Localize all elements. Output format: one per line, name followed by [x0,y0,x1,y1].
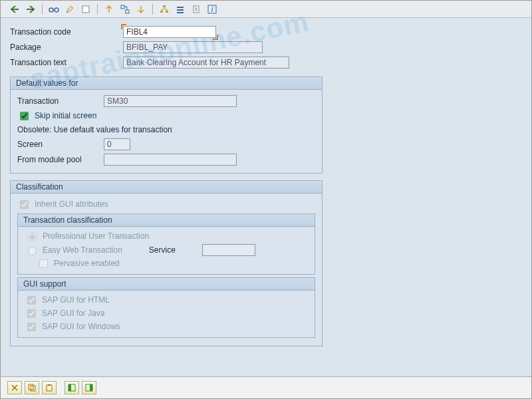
from-module-pool-field [104,154,237,166]
package-field [123,41,263,53]
paste-button[interactable] [42,381,57,394]
tx-class-title: Transaction classification [18,214,315,227]
inherit-gui-checkbox[interactable]: Inherit GUI attributes [17,198,108,211]
main-content: saptrainsonline.com Transaction code Pac… [1,18,531,377]
svg-rect-6 [160,11,163,13]
transaction-classification-group: Transaction classification Professional … [17,213,315,275]
transaction-code-field[interactable] [123,26,216,38]
label-screen: Screen [17,140,104,149]
svg-rect-7 [166,11,168,13]
skip-initial-label: Skip initial screen [35,111,96,120]
gui-windows-checkbox[interactable]: SAP GUI for Windows [25,320,120,333]
layout-button-2[interactable] [82,381,96,394]
easy-web-label: Easy Web Transaction [43,245,122,255]
field-focus-frame [123,26,216,38]
svg-point-1 [55,8,59,12]
classification-group: Classification Inherit GUI attributes Tr… [10,180,323,346]
gui-support-group: GUI support SAP GUI for HTML SAP GUI for… [17,277,315,338]
stack-icon[interactable] [174,3,186,15]
gui-win-label: SAP GUI for Windows [42,322,120,331]
forward-icon[interactable] [25,3,37,15]
copy-button[interactable] [25,381,39,394]
svg-rect-8 [177,7,184,8]
bottom-toolbar [7,381,96,394]
label-transaction-text: Transaction text [10,58,123,67]
glasses-icon[interactable] [48,3,60,15]
obsolete-note: Obsolete: Use default values for transac… [17,122,315,137]
svg-rect-21 [90,384,92,391]
label-transaction: Transaction [17,96,104,106]
svg-text:i: i [211,5,213,14]
hierarchy-icon[interactable] [158,3,170,15]
svg-rect-10 [177,12,184,13]
svg-rect-16 [47,385,52,391]
application-toolbar: i [1,1,531,18]
svg-rect-5 [163,5,166,7]
svg-rect-2 [82,6,89,13]
svg-rect-9 [177,9,184,11]
svg-rect-19 [68,384,71,391]
gui-html-label: SAP GUI for HTML [42,295,110,305]
gui-java-checkbox[interactable]: SAP GUI for Java [25,307,104,320]
inherit-gui-label: Inherit GUI attributes [35,200,108,209]
easy-web-radio[interactable]: Easy Web Transaction [25,243,122,257]
toolbar-separator [152,4,153,15]
classification-title: Classification [11,181,322,194]
pervasive-enabled-checkbox[interactable]: Pervasive enabled [37,257,120,270]
document-icon[interactable] [190,3,202,15]
layout-button-1[interactable] [65,381,79,394]
pervasive-label: Pervasive enabled [54,259,120,268]
toolbar-separator [42,4,43,15]
svg-rect-17 [48,384,51,386]
service-field [202,244,255,256]
tree-down-icon[interactable] [135,3,147,15]
tree-up-icon[interactable] [103,3,115,15]
toolbar-separator [97,4,98,15]
new-icon[interactable] [80,3,92,15]
svg-point-0 [49,8,53,12]
skip-initial-screen-checkbox[interactable]: Skip initial screen [17,109,96,122]
edit-icon[interactable] [64,3,76,15]
gui-support-title: GUI support [18,278,315,291]
label-from-module-pool: From module pool [17,155,104,164]
label-transaction-code: Transaction code [10,27,123,37]
service-label: Service [149,245,176,255]
gui-java-label: SAP GUI for Java [42,309,104,318]
gui-html-checkbox[interactable]: SAP GUI for HTML [25,293,110,307]
transaction-text-field [123,57,289,68]
default-values-group: Default values for Transaction Skip init… [10,76,323,174]
professional-user-label: Professional User Transaction [43,231,149,241]
screen-field [104,138,130,150]
label-package: Package [10,43,123,52]
professional-user-radio[interactable]: Professional User Transaction [25,229,149,243]
default-transaction-field [104,95,237,107]
info-icon[interactable]: i [206,3,218,15]
svg-rect-4 [126,10,129,13]
tree-across-icon[interactable] [119,3,131,15]
back-icon[interactable] [9,3,21,15]
cut-button[interactable] [7,381,22,394]
svg-rect-3 [121,5,124,9]
default-values-title: Default values for [11,77,322,90]
